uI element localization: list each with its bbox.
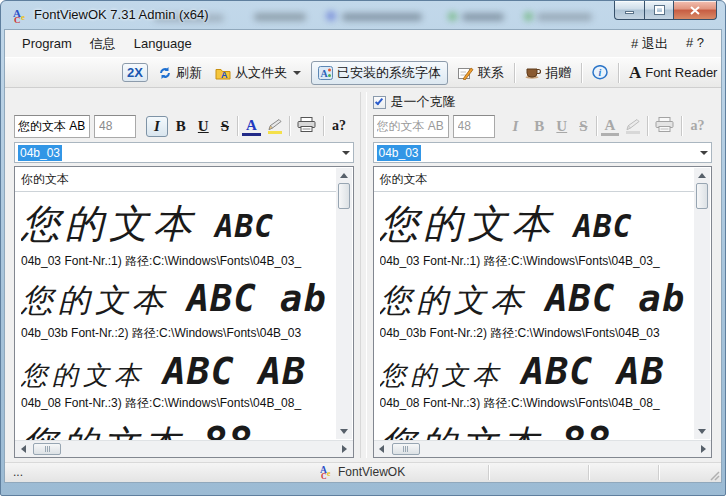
scroll-up-button[interactable] — [336, 168, 352, 183]
font-preview: 您的文本ABC — [21, 197, 330, 251]
printer-icon — [655, 117, 674, 132]
close-button[interactable] — [673, 1, 717, 20]
background-blur — [326, 11, 336, 21]
toolbar-separator — [596, 116, 597, 136]
minimize-icon — [625, 11, 634, 14]
menu-language[interactable]: Language — [125, 32, 201, 55]
chevron-down-icon[interactable] — [342, 151, 350, 155]
horizontal-scrollbar[interactable] — [374, 440, 712, 457]
toolbar-separator — [618, 63, 619, 83]
status-left-text: ... — [13, 465, 23, 479]
svg-text:e: e — [327, 469, 331, 478]
background-blur — [524, 12, 533, 21]
toolbar-separator — [289, 116, 290, 136]
sample-text-input[interactable] — [14, 115, 90, 138]
font-preview: 您的文本88 — [380, 419, 689, 440]
font-list-body: 你的文本 您的文本ABC 04b_03 Font-Nr.:1) 路径:C:\Wi… — [15, 167, 353, 440]
horizontal-scrollbar[interactable] — [15, 440, 353, 457]
font-row[interactable]: 您的文本88 — [15, 414, 336, 440]
vertical-scrollbar[interactable] — [336, 168, 352, 439]
zoom-2x-button[interactable]: 2X — [122, 63, 148, 82]
scroll-right-button[interactable] — [337, 441, 353, 457]
info-button[interactable]: i — [589, 63, 611, 82]
font-size-input[interactable] — [94, 115, 136, 138]
panel-splitter[interactable] — [360, 92, 367, 458]
installed-fonts-button[interactable]: A 已安装的系统字体 — [311, 61, 448, 85]
check-icon — [374, 96, 382, 105]
highlight-color-bar — [268, 131, 282, 134]
font-caption: 04b_03 Font-Nr.:1) 路径:C:\Windows\Fonts\0… — [21, 253, 330, 270]
arrow-left-icon — [379, 445, 384, 453]
scroll-down-button[interactable] — [336, 424, 352, 439]
font-reader-icon: A — [629, 63, 641, 83]
vertical-scroll-thumb[interactable] — [696, 183, 708, 209]
arrow-down-icon — [698, 429, 706, 434]
right-format-toolbar: I B U S A — [369, 112, 717, 140]
horizontal-scroll-thumb[interactable] — [392, 443, 420, 455]
menu-help[interactable]: # ? — [677, 31, 713, 57]
font-select[interactable]: 04b_03 — [14, 142, 354, 163]
font-row[interactable]: 您的文本ABC ab 04b_03b Font-Nr.:2) 路径:C:\Win… — [374, 272, 695, 344]
strikethrough-button[interactable]: S — [217, 117, 233, 136]
menu-info[interactable]: 信息 — [81, 31, 125, 57]
scroll-right-button[interactable] — [695, 441, 711, 457]
font-preview-list-clone: 你的文本 您的文本ABC 04b_03 Font-Nr.:1) 路径:C:\Wi… — [373, 166, 713, 458]
clone-checkbox[interactable] — [373, 96, 386, 109]
toolbar-separator — [237, 116, 238, 136]
font-select-clone[interactable]: 04b_03 — [373, 142, 713, 163]
chevron-down-icon[interactable] — [700, 151, 708, 155]
bold-button[interactable]: B — [172, 117, 190, 136]
toolbar-separator — [514, 63, 515, 83]
horizontal-scroll-thumb[interactable] — [33, 443, 61, 455]
font-row[interactable]: 您的文本88 — [374, 414, 695, 440]
underline-button[interactable]: U — [194, 117, 213, 136]
chevron-down-icon[interactable] — [293, 71, 301, 75]
from-folder-label: 从文件夹 — [235, 64, 287, 82]
font-reader-button[interactable]: A Font Reader — [626, 61, 721, 85]
scroll-left-button[interactable] — [15, 441, 31, 457]
maximize-button[interactable] — [644, 1, 673, 20]
italic-button[interactable]: I — [146, 116, 168, 137]
font-row[interactable]: 您的文本ABC AB 04b_08 Font-Nr.:3) 路径:C:\Wind… — [15, 344, 336, 414]
arrow-up-icon — [340, 173, 348, 178]
background-blur — [342, 13, 422, 21]
font-color-button[interactable]: A — [242, 117, 261, 136]
sample-char-button-disabled: a? — [686, 117, 708, 135]
font-row[interactable]: 您的文本ABC 04b_03 Font-Nr.:1) 路径:C:\Windows… — [374, 192, 695, 272]
toolbar-separator — [323, 116, 324, 136]
resize-grip[interactable] — [708, 469, 720, 481]
font-preview: 您的文本ABC AB — [380, 349, 689, 393]
font-preview-list: 你的文本 您的文本ABC 04b_03 Font-Nr.:1) 路径:C:\Wi… — [14, 166, 354, 458]
font-list-header: 你的文本 — [374, 167, 695, 192]
scroll-left-button[interactable] — [374, 441, 390, 457]
font-list-header: 你的文本 — [15, 167, 336, 192]
svg-text:A: A — [320, 68, 328, 79]
scroll-up-button[interactable] — [694, 168, 710, 183]
menu-exit[interactable]: # 退出 — [622, 31, 677, 57]
refresh-label: 刷新 — [176, 64, 202, 82]
from-folder-button[interactable]: A 从文件夹 — [212, 62, 304, 84]
svg-text:e: e — [21, 12, 25, 22]
client-area: Program 信息 Language # 退出 # ? 2X 刷新 — [4, 29, 722, 483]
minimize-button[interactable] — [614, 1, 644, 20]
title-bar[interactable]: A C e FontViewOK 7.31 Admin (x64) — [4, 1, 722, 29]
sample-char-button[interactable]: a? — [328, 117, 350, 135]
strikethrough-button-disabled: S — [575, 117, 591, 136]
menu-program[interactable]: Program — [13, 32, 81, 55]
font-row[interactable]: 您的文本ABC 04b_03 Font-Nr.:1) 路径:C:\Windows… — [15, 192, 336, 272]
vertical-scroll-thumb[interactable] — [338, 183, 350, 209]
highlight-button[interactable] — [265, 118, 285, 135]
contact-button[interactable]: 联系 — [455, 62, 507, 84]
vertical-scrollbar[interactable] — [694, 168, 710, 439]
toolbar-separator — [647, 116, 648, 136]
font-row[interactable]: 您的文本ABC ab 04b_03b Font-Nr.:2) 路径:C:\Win… — [15, 272, 336, 344]
refresh-button[interactable]: 刷新 — [155, 62, 205, 84]
font-caption: 04b_08 Font-Nr.:3) 路径:C:\Windows\Fonts\0… — [380, 395, 689, 412]
print-button[interactable] — [294, 116, 319, 136]
scroll-down-button[interactable] — [694, 424, 710, 439]
toolbar-separator — [581, 63, 582, 83]
font-row[interactable]: 您的文本ABC AB 04b_08 Font-Nr.:3) 路径:C:\Wind… — [374, 344, 695, 414]
donate-button[interactable]: 捐赠 — [522, 62, 574, 84]
svg-text:C: C — [321, 472, 327, 480]
font-color-button-disabled: A — [601, 117, 620, 136]
